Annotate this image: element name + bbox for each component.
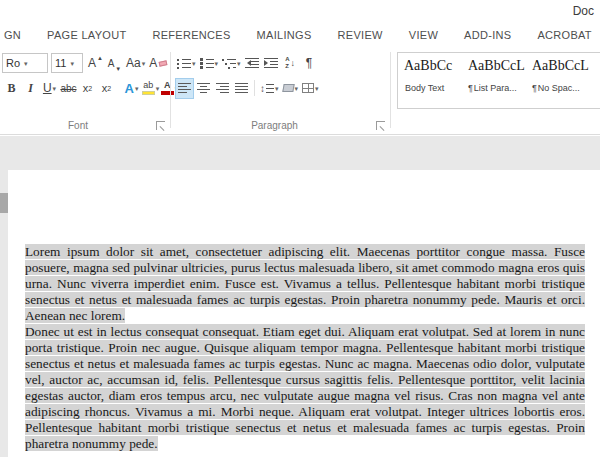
bullets-button[interactable]: ▾: [175, 53, 198, 74]
document-area: Lorem ipsum dolor sit amet, consectetuer…: [0, 136, 600, 457]
tab-mailings[interactable]: MAILINGS: [244, 24, 325, 46]
group-separator: [170, 52, 171, 128]
style-item-body-text[interactable]: AaBbCc Body Text: [398, 53, 462, 108]
divider: [254, 80, 255, 96]
highlight-color-bar: [142, 91, 155, 95]
text-effects-button[interactable]: A ▾: [122, 78, 141, 99]
paragraph[interactable]: Lorem ipsum dolor sit amet, consectetuer…: [25, 244, 585, 324]
justify-icon: [235, 83, 248, 93]
underline-icon: U: [43, 81, 52, 95]
selected-text[interactable]: Lorem ipsum dolor sit amet, consectetuer…: [25, 244, 585, 323]
style-item-no-spacing[interactable]: AaBbCcL ¶No Spac...: [526, 53, 590, 108]
font-name-value: Ro: [6, 57, 20, 69]
font-group: Ro ▾ 11 ▾ A ▲ A ▼ Aa ▾ A: [0, 48, 170, 134]
tab-page-layout[interactable]: PAGE LAYOUT: [34, 24, 139, 46]
font-name-combo[interactable]: Ro ▾: [2, 53, 48, 73]
superscript-button[interactable]: x2: [97, 78, 116, 99]
justify-button[interactable]: [232, 78, 251, 99]
chevron-down-icon: ▾: [70, 60, 74, 67]
show-formatting-marks-button[interactable]: ¶: [300, 53, 319, 74]
pilcrow-icon: ¶: [532, 83, 537, 93]
font-group-label: Font: [0, 120, 156, 131]
bold-button[interactable]: B: [2, 78, 21, 99]
change-case-button[interactable]: Aa ▾: [124, 53, 147, 74]
style-name: ¶List Para...: [468, 83, 524, 93]
sort-button[interactable]: A Z ↓: [281, 53, 300, 74]
eraser-icon: [159, 60, 168, 67]
numbering-button[interactable]: ▾: [198, 53, 221, 74]
style-name-text: No Spac...: [538, 83, 580, 93]
down-arrow-icon: ▼: [115, 66, 121, 72]
highlight-button[interactable]: ab ▾: [141, 78, 160, 99]
font-size-combo[interactable]: 11 ▾: [51, 53, 83, 73]
style-name: Body Text: [404, 83, 460, 93]
chevron-down-icon: ▾: [53, 85, 57, 92]
page-margin-marker: [0, 193, 8, 213]
tab-review[interactable]: REVIEW: [325, 24, 396, 46]
grow-font-button[interactable]: A ▲: [86, 53, 105, 74]
chevron-down-icon: ▾: [275, 85, 279, 92]
style-name: ¶No Spac...: [532, 83, 588, 93]
styles-group: AaBbCc Body Text AaBbCcL ¶List Para... A…: [393, 48, 600, 134]
align-left-button[interactable]: [175, 78, 194, 99]
style-item-list-paragraph[interactable]: AaBbCcL ¶List Para...: [462, 53, 526, 108]
multilevel-list-button[interactable]: ▾: [220, 53, 243, 74]
paragraph-group-label: Paragraph: [173, 120, 376, 131]
tab-references[interactable]: REFERENCES: [139, 24, 243, 46]
style-preview: AaBbCcL: [468, 58, 524, 74]
paragraph-dialog-launcher[interactable]: [376, 121, 385, 130]
subscript-button[interactable]: x2: [78, 78, 97, 99]
shading-icon: [282, 84, 294, 92]
font-dialog-launcher[interactable]: [156, 121, 165, 130]
document-page[interactable]: Lorem ipsum dolor sit amet, consectetuer…: [8, 170, 600, 457]
chevron-down-icon: ▾: [215, 60, 219, 67]
superscript-digit: 2: [107, 85, 111, 92]
pilcrow-icon: ¶: [468, 83, 473, 93]
borders-icon: [302, 83, 314, 93]
decrease-indent-icon: [245, 58, 259, 69]
title-bar: Doc: [0, 0, 600, 22]
font-color-bar: [161, 91, 174, 95]
decrease-indent-button[interactable]: [243, 53, 262, 74]
align-center-icon: [197, 83, 210, 93]
align-right-button[interactable]: [213, 78, 232, 99]
highlight-icon: ab: [142, 81, 155, 95]
ribbon: Ro ▾ 11 ▾ A ▲ A ▼ Aa ▾ A: [0, 48, 600, 135]
highlight-letters: ab: [143, 81, 153, 90]
sort-icon: A Z: [285, 56, 289, 69]
line-spacing-button[interactable]: ↕ ▾: [258, 78, 281, 99]
document-text[interactable]: Lorem ipsum dolor sit amet, consectetuer…: [25, 244, 585, 452]
shading-button[interactable]: ▾: [281, 78, 301, 99]
shrink-font-button[interactable]: A ▼: [105, 53, 124, 74]
ribbon-tab-row: GN PAGE LAYOUT REFERENCES MAILINGS REVIE…: [0, 22, 600, 48]
group-separator: [390, 52, 391, 128]
italic-button[interactable]: I: [21, 78, 40, 99]
increase-indent-button[interactable]: [262, 53, 281, 74]
chevron-down-icon: ▾: [142, 60, 146, 67]
paragraph[interactable]: Donec ut est in lectus consequat consequ…: [25, 324, 585, 452]
align-right-icon: [216, 83, 229, 93]
strikethrough-button[interactable]: abc: [59, 78, 78, 99]
text-effects-icon: A: [125, 81, 134, 96]
selected-text[interactable]: Donec ut est in lectus consequat consequ…: [25, 324, 585, 451]
tab-acrobat[interactable]: ACROBAT: [524, 24, 600, 46]
chevron-down-icon: ▾: [24, 60, 28, 67]
styles-gallery: AaBbCc Body Text AaBbCcL ¶List Para... A…: [397, 52, 600, 109]
tab-design-partial[interactable]: GN: [0, 24, 34, 46]
font-color-icon: A: [161, 81, 174, 95]
chevron-down-icon: ▾: [192, 60, 196, 67]
up-arrow-icon: ▲: [97, 55, 103, 61]
align-center-button[interactable]: [194, 78, 213, 99]
chevron-down-icon: ▾: [135, 85, 139, 92]
align-left-icon: [178, 83, 191, 93]
tab-view[interactable]: VIEW: [396, 24, 451, 46]
document-title: Doc: [573, 4, 594, 18]
borders-button[interactable]: ▾: [300, 78, 321, 99]
subscript-digit: 2: [88, 85, 92, 92]
underline-button[interactable]: U ▾: [40, 78, 59, 99]
numbering-icon: [200, 58, 214, 69]
style-preview: AaBbCc: [404, 58, 460, 74]
clear-formatting-button[interactable]: A: [147, 53, 169, 74]
tab-add-ins[interactable]: ADD-INS: [451, 24, 524, 46]
down-arrow-icon: ↓: [290, 58, 295, 68]
